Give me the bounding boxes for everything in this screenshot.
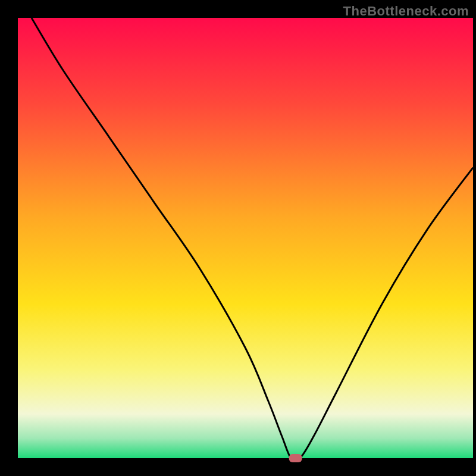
chart-background xyxy=(18,18,473,458)
chart-container: TheBottleneck.com xyxy=(0,0,476,476)
watermark-text: TheBottleneck.com xyxy=(343,4,469,19)
optimal-point-marker xyxy=(289,454,302,462)
bottleneck-chart xyxy=(0,0,476,476)
